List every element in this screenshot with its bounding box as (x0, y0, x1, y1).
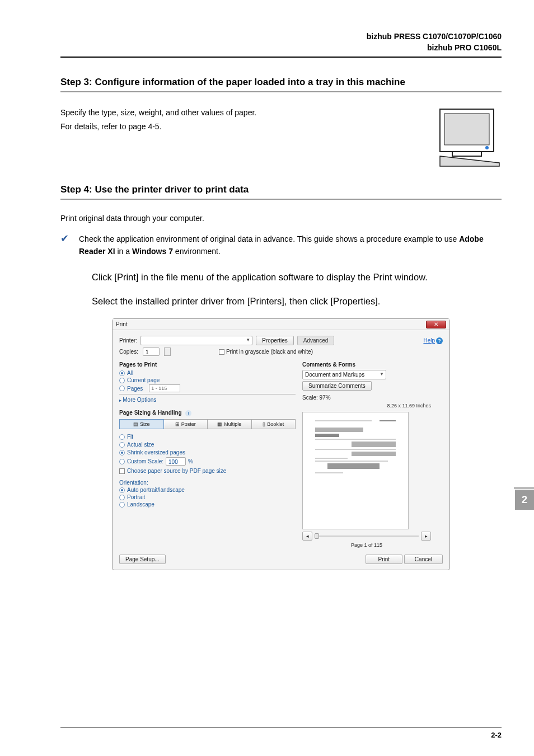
step4-title: Step 4: Use the printer driver to print … (60, 184, 502, 200)
dialog-title: Print (116, 321, 128, 327)
prev-page-button[interactable]: ◂ (302, 532, 312, 541)
page-setup-button[interactable]: Page Setup... (119, 555, 166, 564)
radio-icon (119, 459, 125, 464)
comments-combo[interactable]: Document and Markups ▼ (302, 370, 386, 379)
tab-multiple[interactable]: ▦Multiple (208, 419, 252, 429)
advanced-button[interactable]: Advanced (297, 336, 334, 345)
close-button[interactable]: ✕ (426, 321, 446, 328)
radio-icon (119, 386, 125, 391)
properties-button[interactable]: Properties (256, 336, 294, 345)
radio-actual[interactable]: Actual size (119, 442, 296, 448)
choose-paper-source-checkbox[interactable]: Choose paper source by PDF page size (119, 468, 296, 474)
checkbox-icon (119, 468, 125, 474)
checkmark-icon: ✔ (60, 233, 69, 258)
print-dialog: Print ✕ Printer: ▼ Properties Advanced H… (112, 318, 450, 570)
chevron-down-icon: ▼ (246, 337, 250, 342)
comments-forms-heading: Comments & Forms (302, 361, 431, 368)
radio-custom-scale[interactable]: Custom Scale: 100 % (119, 457, 296, 466)
custom-scale-field[interactable]: 100 (166, 457, 186, 466)
booklet-icon: ▯ (263, 421, 265, 427)
svg-rect-2 (452, 152, 481, 156)
copies-label: Copies: (119, 349, 138, 355)
copies-stepper[interactable] (164, 348, 171, 356)
summarize-comments-button[interactable]: Summarize Comments (302, 381, 372, 391)
printer-label: Printer: (119, 337, 137, 344)
step4-p1: Print original data through your compute… (60, 212, 502, 224)
radio-landscape[interactable]: Landscape (119, 501, 296, 508)
document-header: bizhub PRESS C1070/C1070P/C1060 bizhub P… (60, 31, 502, 58)
radio-current[interactable]: Current page (119, 377, 296, 383)
check-text: Check the application environment of ori… (79, 233, 502, 258)
page-indicator: Page 1 of 115 (302, 542, 431, 548)
cancel-button[interactable]: Cancel (404, 555, 443, 564)
radio-icon (119, 495, 125, 500)
page-number: 2-2 (60, 727, 502, 739)
paper-dimensions: 8.26 x 11.69 Inches (302, 403, 431, 408)
radio-icon (119, 378, 125, 383)
step3-p1: Specify the type, size, weight, and othe… (60, 106, 256, 120)
radio-all[interactable]: All (119, 370, 296, 376)
radio-shrink[interactable]: Shrink oversized pages (119, 449, 296, 456)
poster-icon: ⊞ (175, 421, 180, 427)
step3-title: Step 3: Configure information of the pap… (60, 77, 502, 92)
header-line-1: bizhub PRESS C1070/C1070P/C1060 (60, 31, 502, 43)
orientation-label: Orientation: (119, 480, 296, 486)
radio-icon (119, 434, 125, 440)
radio-icon (119, 487, 125, 493)
sizing-handling-heading: Page Sizing & Handling (119, 410, 182, 416)
svg-rect-1 (444, 114, 489, 145)
checkbox-icon (219, 349, 224, 355)
printer-combo[interactable]: ▼ (140, 336, 252, 345)
pages-to-print-heading: Pages to Print (119, 361, 296, 368)
info-icon[interactable]: i (185, 410, 191, 416)
radio-icon (119, 450, 125, 456)
more-options[interactable]: More Options (119, 397, 296, 403)
dialog-titlebar: Print ✕ (113, 319, 449, 330)
svg-point-3 (485, 146, 489, 149)
radio-fit[interactable]: Fit (119, 434, 296, 440)
tab-booklet[interactable]: ▯Booklet (252, 419, 296, 429)
instruction-1: Click [Print] in the file menu of the ap… (92, 270, 502, 284)
header-line-2: bizhub PRO C1060L (60, 43, 502, 54)
radio-icon (119, 502, 125, 508)
radio-pages[interactable]: Pages 1 - 115 (119, 384, 296, 392)
pages-input[interactable]: 1 - 115 (149, 384, 180, 392)
help-icon: ? (436, 337, 443, 344)
radio-icon (119, 370, 125, 376)
help-link[interactable]: Help ? (423, 337, 443, 344)
print-button[interactable]: Print (366, 555, 403, 564)
sizing-tabs: ▤Size ⊞Poster ▦Multiple ▯Booklet (119, 419, 296, 429)
radio-auto-orient[interactable]: Auto portrait/landscape (119, 487, 296, 493)
chevron-down-icon: ▼ (380, 372, 384, 377)
tab-size[interactable]: ▤Size (119, 419, 164, 429)
next-page-button[interactable]: ▸ (421, 532, 431, 541)
preview-page (315, 420, 396, 521)
check-note: ✔ Check the application environment of o… (60, 233, 502, 258)
print-preview (302, 412, 409, 529)
step3-text: Specify the type, size, weight, and othe… (60, 106, 256, 167)
section-tab: 2 (515, 490, 534, 510)
radio-icon (119, 442, 125, 448)
grayscale-checkbox[interactable]: Print in grayscale (black and white) (219, 349, 313, 355)
tab-poster[interactable]: ⊞Poster (164, 419, 208, 429)
multiple-icon: ▦ (217, 421, 222, 427)
instruction-2: Select the installed printer driver from… (92, 294, 502, 308)
radio-portrait[interactable]: Portrait (119, 494, 296, 500)
monitor-illustration (434, 106, 502, 167)
copies-field[interactable]: 1 (143, 348, 160, 356)
size-icon: ▤ (133, 421, 138, 427)
side-tab-shadow (514, 487, 534, 489)
step3-p2: For details, refer to page 4-5. (60, 120, 256, 134)
scale-info: Scale: 97% (302, 395, 431, 401)
preview-nav: ◂ ▸ (302, 532, 431, 541)
page-slider[interactable] (315, 532, 419, 540)
